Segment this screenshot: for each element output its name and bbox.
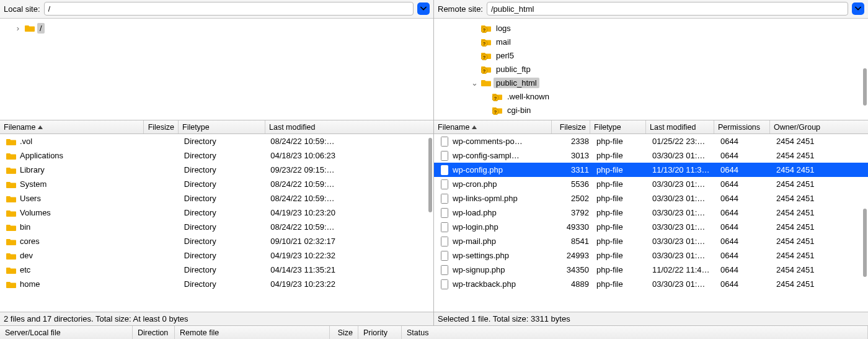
filetype: Directory — [180, 208, 267, 217]
col-last-modified[interactable]: Last modified — [646, 120, 714, 133]
folder-icon — [25, 24, 35, 32]
table-row[interactable]: SystemDirectory08/24/22 10:59:… — [0, 177, 433, 191]
tree-item[interactable]: perl5 — [436, 48, 868, 62]
qcol-status[interactable]: Status — [402, 326, 868, 339]
table-row[interactable]: VolumesDirectory04/19/23 10:23:20 — [0, 206, 433, 220]
table-row[interactable]: wp-load.php3792php-file03/30/23 01:…0644… — [434, 206, 868, 220]
local-table-header[interactable]: Filename Filesize Filetype Last modified — [0, 120, 433, 134]
folder-unknown-icon — [492, 91, 502, 101]
remote-table-header[interactable]: Filename Filesize Filetype Last modified… — [434, 120, 868, 134]
remote-tree[interactable]: logsmailperl5public_ftp⌄public_html.well… — [434, 19, 868, 120]
table-row[interactable]: wp-login.php49330php-file03/30/23 01:…06… — [434, 220, 868, 234]
file-icon — [440, 237, 449, 246]
permissions: 0644 — [717, 251, 773, 260]
filesize: 2338 — [554, 137, 593, 146]
file-icon — [440, 279, 449, 289]
col-filetype[interactable]: Filetype — [179, 120, 265, 133]
filename: wp-config.php — [453, 165, 503, 174]
table-row[interactable]: wp-comments-po…2338php-file01/25/22 23:…… — [434, 134, 868, 148]
last-modified: 11/13/20 11:3… — [649, 165, 717, 174]
col-last-modified[interactable]: Last modified — [265, 120, 433, 133]
tree-item[interactable]: ⌄public_html — [436, 76, 868, 89]
last-modified: 01/25/22 23:… — [649, 137, 717, 146]
table-row[interactable]: etcDirectory04/14/23 11:35:21 — [0, 263, 433, 277]
table-row[interactable]: LibraryDirectory09/23/22 09:15:… — [0, 163, 433, 177]
tree-item[interactable]: logs — [436, 21, 868, 35]
tree-item-label: cgi-bin — [505, 105, 533, 115]
last-modified: 08/24/22 10:59:… — [267, 137, 433, 146]
qcol-remote-file[interactable]: Remote file — [175, 326, 330, 339]
file-icon — [440, 265, 449, 275]
local-tree[interactable]: ›/ — [0, 19, 433, 120]
table-row[interactable]: wp-settings.php24993php-file03/30/23 01:… — [434, 248, 868, 263]
chevron-down-icon[interactable]: ⌄ — [470, 78, 479, 88]
table-row[interactable]: wp-trackback.php4889php-file03/30/23 01:… — [434, 277, 868, 291]
col-filename[interactable]: Filename — [434, 120, 552, 133]
col-permissions[interactable]: Permissions — [714, 120, 770, 133]
table-row[interactable]: wp-config-sampl…3013php-file03/30/23 01:… — [434, 148, 868, 163]
qcol-server-local[interactable]: Server/Local file — [0, 326, 133, 339]
table-row[interactable]: wp-config.php3311php-file11/13/20 11:3…0… — [434, 163, 868, 177]
tree-item[interactable]: cgi-bin — [436, 103, 868, 117]
last-modified: 03/30/23 01:… — [649, 194, 717, 203]
table-row[interactable]: UsersDirectory08/24/22 10:59:… — [0, 191, 433, 206]
filename: bin — [20, 222, 30, 232]
tree-item[interactable]: ›/ — [2, 21, 433, 35]
table-row[interactable]: wp-cron.php5536php-file03/30/23 01:…0644… — [434, 177, 868, 191]
folder-icon — [6, 237, 16, 246]
table-row[interactable]: ApplicationsDirectory04/18/23 10:06:23 — [0, 148, 433, 163]
filename: System — [20, 179, 46, 189]
table-row[interactable]: homeDirectory04/19/23 10:23:22 — [0, 277, 433, 291]
filename: wp-load.php — [453, 208, 497, 217]
table-row[interactable]: devDirectory04/19/23 10:22:32 — [0, 248, 433, 263]
owner-group: 2454 2451 — [773, 265, 846, 274]
table-row[interactable]: wp-signup.php34350php-file11/02/22 11:4…… — [434, 263, 868, 277]
tree-item[interactable]: mail — [436, 35, 868, 48]
last-modified: 04/18/23 10:06:23 — [267, 151, 433, 160]
filesize: 24993 — [554, 251, 593, 260]
col-owner[interactable]: Owner/Group — [770, 120, 843, 133]
filesize: 3792 — [554, 208, 593, 217]
filetype: php-file — [593, 179, 649, 189]
filename: cores — [20, 237, 40, 246]
local-path-dropdown[interactable] — [417, 2, 430, 15]
transfer-queue-header[interactable]: Server/Local file Direction Remote file … — [0, 325, 868, 339]
permissions: 0644 — [717, 279, 773, 289]
col-filename[interactable]: Filename — [0, 120, 144, 133]
file-icon — [440, 151, 449, 161]
filename: Applications — [20, 151, 63, 160]
local-path-input[interactable] — [44, 2, 414, 16]
local-file-list[interactable]: .volDirectory08/24/22 10:59:…Application… — [0, 134, 433, 312]
col-filesize[interactable]: Filesize — [144, 120, 179, 133]
remote-file-list[interactable]: wp-comments-po…2338php-file01/25/22 23:…… — [434, 134, 868, 312]
filetype: Directory — [180, 222, 267, 232]
qcol-size[interactable]: Size — [330, 326, 358, 339]
chevron-right-icon[interactable]: › — [14, 24, 22, 33]
filename: home — [20, 279, 40, 289]
filetype: php-file — [593, 137, 649, 146]
filesize: 4889 — [554, 279, 593, 289]
scrollbar-thumb[interactable] — [428, 138, 432, 212]
table-row[interactable]: coresDirectory09/10/21 02:32:17 — [0, 234, 433, 248]
tree-item[interactable]: public_ftp — [436, 62, 868, 76]
filetype: php-file — [593, 279, 649, 289]
remote-path-dropdown[interactable] — [852, 2, 864, 15]
remote-path-input[interactable] — [487, 2, 848, 16]
scrollbar-thumb[interactable] — [863, 209, 867, 277]
table-row[interactable]: binDirectory08/24/22 10:59:… — [0, 220, 433, 234]
scrollbar-thumb[interactable] — [863, 68, 867, 106]
table-row[interactable]: wp-mail.php8541php-file03/30/23 01:…0644… — [434, 234, 868, 248]
permissions: 0644 — [717, 179, 773, 189]
col-filesize[interactable]: Filesize — [552, 120, 590, 133]
filename: wp-cron.php — [453, 179, 497, 189]
last-modified: 09/10/21 02:32:17 — [267, 237, 433, 246]
qcol-direction[interactable]: Direction — [133, 326, 175, 339]
col-filetype[interactable]: Filetype — [590, 120, 646, 133]
tree-item[interactable]: .well-known — [436, 89, 868, 103]
filetype: Directory — [180, 279, 267, 289]
folder-icon — [6, 180, 16, 189]
qcol-priority[interactable]: Priority — [358, 326, 402, 339]
filename: Volumes — [20, 208, 51, 217]
table-row[interactable]: wp-links-opml.php2502php-file03/30/23 01… — [434, 191, 868, 206]
table-row[interactable]: .volDirectory08/24/22 10:59:… — [0, 134, 433, 148]
